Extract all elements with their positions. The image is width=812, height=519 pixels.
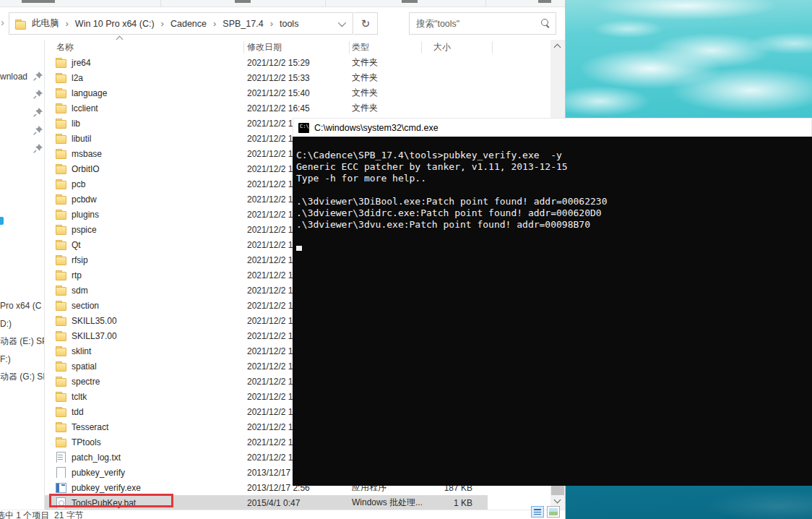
file-row[interactable]: ToolsPubKey.bat 2015/4/1 0:47 Windows 批处… <box>45 495 488 510</box>
file-name: SKILL37.00 <box>72 331 117 341</box>
breadcrumb-drive-c[interactable]: Win 10 Pro x64 (C:) <box>74 19 156 29</box>
breadcrumb-tools[interactable]: tools <box>278 19 300 29</box>
file-name-cell: spatial <box>45 361 244 372</box>
column-header-label: 大小 <box>433 41 451 53</box>
column-separator[interactable] <box>492 41 493 53</box>
file-name: jre64 <box>72 58 91 68</box>
search-icon <box>541 19 550 28</box>
file-name-cell: section <box>45 300 244 311</box>
file-name: Qt <box>72 240 81 250</box>
file-name: pcbdw <box>72 194 97 205</box>
file-name-cell: l2a <box>45 72 244 83</box>
cmd-output: C:\Cadence\SPB_17.4\tools>pubkey_verify.… <box>296 150 812 242</box>
file-name: spectre <box>72 377 100 387</box>
details-view-button[interactable] <box>531 506 544 518</box>
sidebar-item-pinned[interactable] <box>0 106 45 120</box>
scroll-up-icon[interactable] <box>554 44 561 51</box>
file-name-cell: OrbitIO <box>45 163 244 174</box>
file-name: sdm <box>72 286 88 296</box>
file-name-cell: pspice <box>45 224 244 235</box>
file-name-cell: patch_log.txt <box>45 452 244 463</box>
file-type: 文件夹 <box>350 87 422 99</box>
file-date: 2021/12/2 16:45 <box>244 103 350 113</box>
refresh-icon: ↻ <box>361 17 371 30</box>
ribbon-separator <box>485 0 486 7</box>
breadcrumb-separator-icon: › <box>265 18 278 29</box>
desktop-wallpaper: › 此电脑› Win 10 Pro x64 (C:)› Cadence› SPB… <box>0 0 812 519</box>
file-name: pcb <box>72 179 85 189</box>
file-row[interactable]: language 2021/12/2 15:40 文件夹 <box>45 85 488 100</box>
scroll-down-icon[interactable] <box>554 497 561 504</box>
file-icon <box>55 391 66 402</box>
address-toolbar: › 此电脑› Win 10 Pro x64 (C:)› Cadence› SPB… <box>0 7 565 40</box>
search-input[interactable] <box>409 12 556 35</box>
ribbon-fragment <box>402 0 418 3</box>
navigation-pane: wnload Pro x64 (C D:) 动器 (E:) SP F:) 动器 … <box>0 40 45 510</box>
ribbon-strip-clipped <box>0 0 565 7</box>
column-header-size[interactable]: 大小 <box>422 40 492 55</box>
file-name: TPtools <box>72 437 101 447</box>
file-name-cell: plugins <box>45 209 244 220</box>
column-header-name[interactable]: 名称 <box>45 40 243 55</box>
sidebar-item-pinned[interactable] <box>0 124 45 138</box>
selection-status: 选中 1 个项目 21 字节 <box>0 510 84 519</box>
file-name-cell: pubkey_verify.exe <box>45 482 244 493</box>
search-box <box>409 12 556 35</box>
sidebar-item-drive-g[interactable]: 动器 (G:) SI <box>0 369 45 384</box>
sidebar-item-drive-c[interactable]: Pro x64 (C <box>0 299 45 313</box>
file-icon <box>55 118 66 129</box>
file-name: l2a <box>72 73 83 83</box>
file-icon <box>55 376 66 387</box>
file-name: pubkey_verify <box>72 468 125 478</box>
sidebar-item-drive-e[interactable]: 动器 (E:) SP <box>0 334 45 348</box>
file-icon <box>55 467 66 478</box>
status-bar: 选中 1 个项目 21 字节 <box>0 510 565 519</box>
column-headers: 名称 修改日期 类型 大小 <box>45 40 493 55</box>
file-name-cell: TPtools <box>45 437 244 447</box>
file-name-cell: rtp <box>45 270 244 280</box>
cmd-output-line: Generic ECC patcher by tanker, v1.11, 20… <box>296 161 812 173</box>
column-header-type[interactable]: 类型 <box>350 40 421 55</box>
address-dropdown-chevron-icon[interactable] <box>338 18 346 26</box>
ribbon-separator <box>160 0 161 7</box>
sidebar-item-pinned[interactable] <box>0 142 45 156</box>
file-date: 2015/4/1 0:47 <box>244 498 350 508</box>
file-name-cell: lcclient <box>45 103 244 113</box>
cmd-window: C:\windows\system32\cmd.exe C:\Cadence\S… <box>293 118 812 486</box>
file-icon <box>55 482 66 493</box>
sidebar-item-label: F:) <box>0 354 11 364</box>
file-row[interactable]: jre64 2021/12/2 15:29 文件夹 <box>45 55 488 70</box>
refresh-button[interactable]: ↻ <box>354 12 378 35</box>
file-icon <box>55 406 66 417</box>
sidebar-item-label: 动器 (G:) SI <box>0 371 45 383</box>
file-row[interactable]: l2a 2021/12/2 15:33 文件夹 <box>45 70 488 85</box>
file-icon <box>55 209 66 220</box>
file-row[interactable]: lcclient 2021/12/2 16:45 文件夹 <box>45 100 488 116</box>
file-name: pspice <box>72 225 97 235</box>
breadcrumb-spb-17-4[interactable]: SPB_17.4 <box>221 19 264 29</box>
file-icon <box>55 300 66 311</box>
file-icon <box>55 285 66 296</box>
breadcrumb-bar[interactable]: 此电脑› Win 10 Pro x64 (C:)› Cadence› SPB_1… <box>9 12 353 35</box>
sidebar-item-drive-f[interactable]: F:) <box>0 352 45 366</box>
file-icon <box>55 103 66 113</box>
breadcrumb-this-pc[interactable]: 此电脑 <box>30 17 61 30</box>
breadcrumb-cadence[interactable]: Cadence <box>169 19 208 29</box>
file-name-cell: tcltk <box>45 391 244 402</box>
sidebar-item-label: 动器 (E:) SP <box>0 335 45 348</box>
sidebar-item-pinned[interactable] <box>0 87 45 102</box>
sidebar-item-label: Pro x64 (C <box>0 301 41 311</box>
file-name: rtp <box>72 270 82 280</box>
column-header-date[interactable]: 修改日期 <box>244 40 349 55</box>
cmd-titlebar[interactable]: C:\windows\system32\cmd.exe <box>293 118 812 137</box>
sidebar-item-drive-d[interactable]: D:) <box>0 317 45 331</box>
column-header-label: 修改日期 <box>247 41 282 53</box>
cmd-console[interactable]: C:\Cadence\SPB_17.4\tools>pubkey_verify.… <box>293 137 812 486</box>
file-name-cell: pcbdw <box>45 194 244 205</box>
file-name-cell: rfsip <box>45 254 244 265</box>
nav-chevron-fragment: › <box>1 16 4 28</box>
ribbon-fragment <box>538 0 551 3</box>
cmd-cursor <box>296 246 302 251</box>
sidebar-item-downloads[interactable]: wnload <box>0 69 45 84</box>
thumbnail-view-button[interactable] <box>547 506 560 518</box>
